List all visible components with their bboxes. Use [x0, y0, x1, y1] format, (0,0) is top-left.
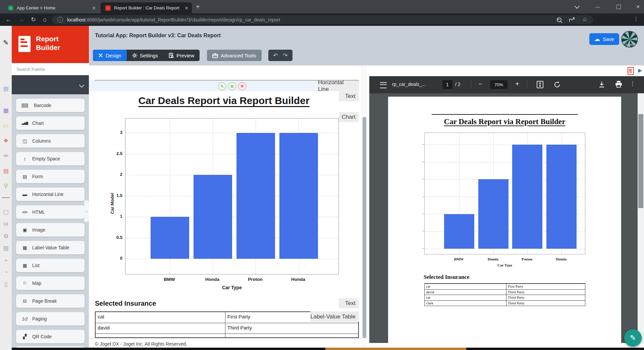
permission-key-icon[interactable]: ⚲: [0, 183, 12, 190]
page-break-icon: ⊟: [20, 298, 30, 304]
tab-report-builder[interactable]: ∽ Report Builder : Car Deals Report ✕: [101, 2, 192, 13]
site-info-icon[interactable]: i: [57, 17, 63, 22]
plugin-icon[interactable]: ⌁: [0, 257, 12, 264]
palette-item-qr-code[interactable]: ▞QR Code: [16, 330, 85, 343]
preview-button[interactable]: Preview: [163, 50, 200, 61]
fit-to-page-icon[interactable]: [536, 81, 544, 89]
palette-item-html[interactable]: </>HTML: [16, 205, 85, 219]
process-builder-icon[interactable]: ❖: [0, 138, 12, 144]
report-builder-icon[interactable]: ▤: [0, 168, 12, 174]
table-cell-value: Third Party: [225, 323, 358, 334]
canvas-scrollbar-thumb[interactable]: [363, 117, 366, 338]
palette-collapse-handle[interactable]: ‹: [84, 200, 89, 222]
download-icon[interactable]: [598, 81, 605, 89]
tab-title: App Center > Home: [17, 5, 89, 10]
tab-app-center[interactable]: ∽ App Center > Home ✕: [3, 2, 99, 13]
browser-menu-icon[interactable]: ⋮: [633, 15, 639, 22]
section-heading[interactable]: Selected Insurance: [95, 300, 156, 307]
restore-button[interactable]: [612, 0, 625, 13]
horizontal-scrollbar[interactable]: [12, 348, 644, 350]
palette-item-map[interactable]: ⚐Map: [16, 277, 85, 290]
new-tab-button[interactable]: +: [196, 3, 200, 10]
expand-arrow-icon[interactable]: ▶: [638, 67, 642, 73]
palette-item-form[interactable]: ▤Form: [16, 170, 85, 183]
tab-close-icon[interactable]: ✕: [92, 5, 96, 11]
cloud-upload-icon: ☁↑: [594, 36, 600, 42]
redo-icon[interactable]: ↷: [283, 52, 287, 59]
y-axis-tick: [422, 144, 424, 145]
palette-item-page-break[interactable]: ⊟Page Break: [16, 294, 85, 308]
edit-pencil-icon[interactable]: ✎: [0, 39, 12, 46]
bar-chart-icon: ▃▅▇: [20, 121, 30, 125]
table-cell-value: Third Party: [506, 295, 585, 300]
save-button[interactable]: ☁↑ Save: [589, 33, 619, 45]
settings-button[interactable]: Settings: [127, 50, 163, 61]
print-icon[interactable]: [615, 81, 623, 88]
address-bar[interactable]: i localhost:8080/jw/web/console/app/tuto…: [52, 15, 593, 24]
form-builder-icon[interactable]: ▤: [0, 86, 12, 92]
log-scroll-icon[interactable]: ▯: [0, 281, 12, 288]
table-cell-label: david: [425, 290, 506, 295]
variables-icon[interactable]: {x}: [0, 221, 12, 228]
report-title-text[interactable]: Car Deals Report via Report Builder: [89, 95, 359, 106]
palette-item-image[interactable]: ▣Image: [16, 223, 85, 237]
rotate-icon[interactable]: [553, 81, 561, 89]
canvas-scrollbar[interactable]: [362, 65, 367, 348]
report-doc-icon[interactable]: ▤: [0, 245, 12, 252]
user-avatar[interactable]: admin: [621, 31, 638, 48]
performance-gauge-icon[interactable]: ◔: [0, 269, 12, 276]
advanced-tools-button[interactable]: Advanced Tools: [207, 50, 262, 61]
bookmark-star-icon[interactable]: ☆: [582, 16, 587, 23]
tab-search-icon[interactable]: [570, 0, 584, 13]
media-icon[interactable]: ⧉: [0, 233, 12, 240]
close-button[interactable]: ✕: [632, 0, 644, 13]
pdf-file-icon[interactable]: [628, 67, 634, 75]
notes-icon[interactable]: ▢: [0, 209, 12, 215]
table-cell-label: cat: [425, 284, 506, 289]
pdf-scrollbar-thumb[interactable]: [638, 114, 643, 208]
canvas-chart[interactable]: 00.511.522.53BMWHondaProtonHondaCar Type…: [109, 116, 361, 297]
undo-icon[interactable]: ↶: [273, 52, 278, 59]
palette-item-paging[interactable]: 1/2Paging: [16, 312, 85, 326]
table-row: davidThird Party: [425, 289, 585, 295]
zoom-out-icon[interactable]: −: [476, 80, 485, 88]
palette-category-dropdown[interactable]: [12, 75, 89, 94]
share-icon[interactable]: [569, 17, 575, 22]
zoom-page-icon[interactable]: [557, 17, 561, 22]
palette-item-columns[interactable]: ◫Columns: [16, 134, 85, 148]
pdf-page-input[interactable]: 1: [442, 80, 452, 89]
floating-edit-button[interactable]: ✎: [624, 329, 642, 347]
tab-close-icon[interactable]: ✕: [184, 5, 189, 11]
pdf-scrollbar[interactable]: ▼: [638, 93, 644, 343]
copy-element-icon[interactable]: ⧉: [228, 82, 236, 90]
pdf-zoom-level[interactable]: 70%: [490, 80, 507, 89]
datalist-builder-icon[interactable]: ▦: [0, 107, 12, 114]
forward-icon[interactable]: →: [18, 15, 24, 24]
zoom-in-icon[interactable]: +: [513, 80, 522, 88]
delete-element-icon[interactable]: ✕: [238, 82, 246, 90]
palette-item-chart[interactable]: ▃▅▇Chart: [16, 116, 85, 130]
horizontal-scrollbar-thumb[interactable]: [325, 348, 466, 350]
pdf-more-menu-icon[interactable]: ⋮: [628, 80, 637, 87]
search-palette-input[interactable]: [12, 63, 89, 75]
palette-item-barcode[interactable]: Barcode: [16, 99, 85, 112]
back-icon[interactable]: ←: [5, 15, 11, 24]
chevron-down-icon: [79, 83, 85, 88]
reload-icon[interactable]: ↻: [31, 15, 36, 24]
design-button[interactable]: Design: [93, 50, 127, 61]
palette-item-horizontal-line[interactable]: ▬Horizontal Line: [16, 188, 85, 201]
palette-item-label-value-table[interactable]: ▦Label-Value Table: [16, 241, 85, 254]
minimize-button[interactable]: —: [591, 0, 604, 13]
pdf-filename: rp_car_deals_...: [392, 82, 439, 87]
code-icon: </>: [20, 210, 30, 214]
pdf-menu-icon[interactable]: [380, 82, 387, 88]
code-editor-icon[interactable]: </>: [0, 153, 12, 159]
userview-builder-icon[interactable]: ▭: [0, 122, 12, 129]
palette-item-list[interactable]: ▦List: [16, 259, 85, 272]
table-row: catThird Party: [425, 295, 585, 300]
home-icon[interactable]: ⌂: [43, 15, 47, 24]
edit-element-icon[interactable]: ✎: [218, 82, 226, 90]
y-axis-tick-label: 0: [109, 256, 122, 261]
design-canvas[interactable]: ✎ ⧉ ✕ Horizontal Line Text Car Deals Rep…: [89, 65, 362, 348]
palette-item-empty-space[interactable]: ↕Empty Space: [16, 152, 85, 165]
